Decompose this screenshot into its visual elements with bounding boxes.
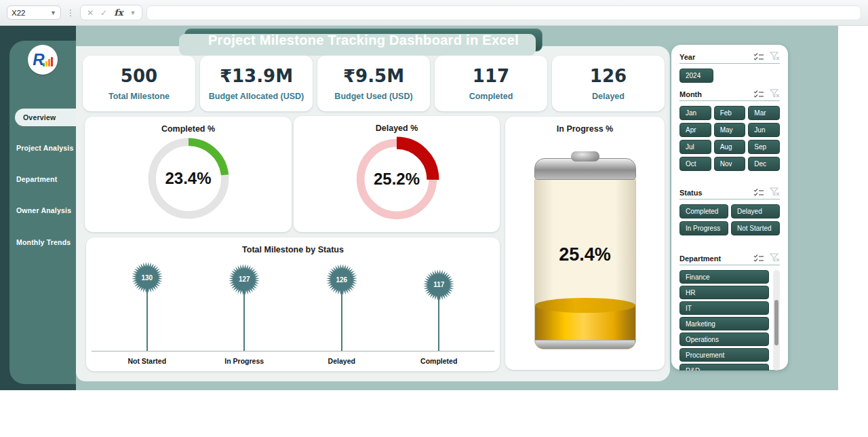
kpi-value: ₹13.9M [220, 66, 293, 86]
lollipop-delayed: 126 [293, 259, 391, 351]
marker-value: 130 [132, 262, 163, 293]
kpi-value: ₹9.5M [343, 66, 404, 86]
department-slicer: Department Finance HR IT Marketing Opera… [679, 253, 780, 370]
chevron-down-icon[interactable]: ▼ [50, 10, 56, 16]
axis-label: Not Started [98, 357, 196, 365]
status-lollipop-chart: 130 127 126 [98, 259, 488, 351]
battery-chart: 25.4% [534, 151, 636, 349]
slicer-option-aug[interactable]: Aug [714, 140, 746, 154]
slicer-option-jul[interactable]: Jul [679, 140, 711, 154]
slicer-option-dec[interactable]: Dec [748, 157, 780, 171]
chart-title: In Progress % [505, 124, 665, 134]
chart-title: Delayed % [294, 124, 500, 133]
kpi-row: 500 Total Milestone ₹13.9M Budget Alloca… [83, 56, 665, 111]
kpi-total-milestone: 500 Total Milestone [83, 56, 195, 111]
formula-input[interactable] [146, 5, 861, 20]
clear-filter-icon[interactable] [770, 52, 780, 61]
sidebar-item-owner-analysis[interactable]: Owner Analysis [16, 206, 71, 214]
kpi-value: 500 [121, 66, 157, 86]
slicer-option-hr[interactable]: HR [679, 286, 769, 299]
clear-filter-icon[interactable] [770, 187, 780, 197]
sidebar-item-label: Owner Analysis [16, 206, 71, 214]
slicer-option-sep[interactable]: Sep [748, 140, 780, 154]
slicer-title: Department [679, 254, 721, 263]
slicer-option-feb[interactable]: Feb [714, 106, 746, 120]
department-option-list: Finance HR IT Marketing Operations Procu… [679, 270, 769, 370]
sidebar-item-project-analysis[interactable]: Project Analysis [16, 144, 74, 152]
multiselect-icon[interactable] [753, 254, 764, 263]
chevron-down-icon[interactable]: ▼ [130, 10, 136, 16]
slicer-option-apr[interactable]: Apr [679, 123, 711, 137]
kpi-budget-used: ₹9.5M Budget Used (USD) [317, 56, 430, 111]
kpi-label: Total Milestone [108, 92, 170, 101]
starburst-marker-icon: 117 [423, 269, 454, 301]
drag-handle-icon: ⋮ [65, 8, 76, 18]
starburst-marker-icon: 126 [326, 264, 357, 295]
battery-value: 25.4% [534, 244, 636, 265]
battery-base [535, 340, 635, 349]
slicer-option-in-progress[interactable]: In Progress [679, 221, 728, 235]
slicer-option-procurement[interactable]: Procurement [679, 348, 769, 362]
clear-filter-icon[interactable] [770, 253, 780, 263]
sidebar-item-monthly-trends[interactable]: Monthly Trends [16, 238, 71, 246]
formula-buttons: ✕ ✓ fx ▼ [80, 5, 142, 20]
slicer-option-2024[interactable]: 2024 [679, 69, 713, 83]
page-title: Project Milestone Tracking Dashboard in … [208, 33, 519, 48]
cell-reference: X22 [12, 9, 50, 17]
slicer-title: Year [679, 53, 695, 61]
month-slicer: Month Jan Feb Mar Apr May Jun Jul Aug Se… [679, 89, 780, 171]
slicer-option-finance[interactable]: Finance [679, 270, 769, 284]
multiselect-icon[interactable] [753, 90, 764, 98]
lollipop-completed: 117 [391, 259, 488, 351]
slicer-option-not-started[interactable]: Not Started [731, 221, 780, 235]
completed-donut-chart: 23.4% [146, 136, 231, 221]
battery-terminal [571, 151, 599, 162]
slicer-option-oct[interactable]: Oct [679, 157, 711, 171]
marker-value: 127 [229, 264, 260, 295]
scrollbar-track[interactable] [773, 270, 780, 370]
sidebar-item-department[interactable]: Department [16, 175, 57, 183]
slicer-option-rnd[interactable]: R&D [679, 364, 769, 370]
formula-bar: X22 ▼ ⋮ ✕ ✓ fx ▼ [0, 0, 868, 26]
slicer-option-it[interactable]: IT [679, 301, 769, 315]
multiselect-icon[interactable] [753, 188, 764, 197]
name-box[interactable]: X22 ▼ [7, 5, 61, 20]
slicer-option-marketing[interactable]: Marketing [679, 317, 769, 330]
chart-title: Total Milestone by Status [86, 245, 500, 254]
logo-bars-icon [43, 57, 53, 66]
sidebar-item-overview[interactable]: Overview [15, 109, 76, 126]
axis-label: Completed [391, 357, 488, 365]
slicer-option-jun[interactable]: Jun [748, 123, 780, 137]
donut-value: 23.4% [146, 136, 231, 221]
cancel-icon[interactable]: ✕ [87, 8, 94, 18]
sidebar-item-label: Department [16, 175, 57, 183]
year-slicer: Year 2024 [679, 52, 780, 83]
sidebar-item-label: Overview [23, 113, 56, 121]
slicer-option-delayed[interactable]: Delayed [731, 204, 780, 218]
insert-function-icon[interactable]: fx [114, 7, 123, 18]
delayed-donut-card: Delayed % 25.2% [294, 116, 500, 232]
scrollbar-thumb[interactable] [774, 300, 778, 345]
slicer-option-operations[interactable]: Operations [679, 332, 769, 346]
clear-filter-icon[interactable] [770, 89, 780, 98]
slicer-panel: Year 2024 Month [671, 45, 788, 370]
kpi-value: 117 [473, 66, 509, 86]
starburst-marker-icon: 127 [229, 264, 260, 295]
in-progress-battery-card: In Progress % 25.4% [505, 117, 665, 370]
multiselect-icon[interactable] [753, 52, 764, 61]
sidebar-item-label: Monthly Trends [16, 238, 71, 246]
slicer-option-may[interactable]: May [714, 123, 746, 137]
x-axis-line [92, 351, 494, 352]
slicer-option-nov[interactable]: Nov [714, 157, 746, 171]
slicer-option-mar[interactable]: Mar [748, 106, 780, 120]
axis-label: Delayed [293, 357, 391, 365]
starburst-marker-icon: 130 [132, 262, 163, 293]
enter-icon[interactable]: ✓ [100, 8, 107, 18]
company-logo: R [28, 45, 58, 75]
slicer-option-completed[interactable]: Completed [679, 204, 728, 218]
donut-value: 25.2% [353, 136, 440, 223]
sidebar-inner: R Overview Project Analysis Department O… [9, 41, 76, 384]
slicer-option-jan[interactable]: Jan [679, 106, 711, 120]
status-lollipop-card: Total Milestone by Status 130 127 [86, 238, 500, 371]
kpi-label: Completed [469, 92, 513, 101]
